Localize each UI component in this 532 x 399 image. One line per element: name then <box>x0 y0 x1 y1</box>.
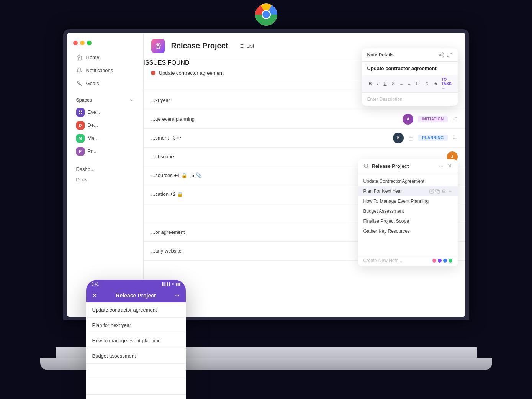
svg-point-38 <box>441 166 441 166</box>
share-icon[interactable] <box>439 52 444 57</box>
edit-icon[interactable] <box>429 189 434 194</box>
close-btn[interactable] <box>73 41 78 45</box>
svg-line-5 <box>81 85 81 85</box>
stage-badge: PLANNING <box>418 135 447 141</box>
underline-btn[interactable]: U <box>382 80 388 87</box>
sidebar-docs[interactable]: Docs <box>67 174 143 185</box>
mobile-note-list: Update contractor agreement Plan for nex… <box>86 302 186 394</box>
space-eve[interactable]: Eve... <box>67 106 143 119</box>
task-text: ...sment 3 ↩ <box>151 135 389 141</box>
list-tab[interactable]: List <box>234 41 259 51</box>
svg-point-49 <box>178 295 179 296</box>
minimize-btn[interactable] <box>80 41 85 45</box>
chevron-down-icon <box>129 98 134 102</box>
sidebar-item-home[interactable]: Home <box>72 51 139 64</box>
list-item[interactable]: Update contractor agreement <box>86 302 186 318</box>
note-item-text: Plan For Next Year <box>363 189 402 194</box>
space-ma-dot: M <box>76 134 85 143</box>
list-icon <box>239 43 244 49</box>
flag-icon <box>452 135 458 141</box>
checkbox-btn[interactable]: ☐ <box>414 80 421 87</box>
space-pr-label: Pr... <box>88 148 97 154</box>
to-task-btn[interactable]: TO TASK → <box>442 77 452 90</box>
signal-icon: ▐▐▐▐ <box>161 282 170 286</box>
mobile-header: Release Project <box>86 289 186 302</box>
note-item-text: Update Contractor Agreement <box>363 179 424 184</box>
sidebar-item-notifications-label: Notifications <box>86 67 113 73</box>
svg-rect-8 <box>79 113 80 114</box>
color-dots <box>432 259 452 263</box>
link-btn[interactable]: ⊕ <box>424 80 430 87</box>
svg-line-32 <box>440 55 442 56</box>
mobile-note-text: Plan for next year <box>92 322 131 328</box>
note-item-text: How To Manage Event Planning <box>363 199 429 204</box>
expand-icon[interactable] <box>447 52 452 57</box>
space-pr-dot: P <box>76 147 85 156</box>
space-pr[interactable]: P Pr... <box>67 145 143 158</box>
svg-line-33 <box>440 53 442 54</box>
table-row[interactable]: ...ge event planning A INITIATION <box>144 110 465 129</box>
task-text: ...ge event planning <box>151 116 398 122</box>
list-item[interactable]: Plan for next year <box>86 318 186 333</box>
wifi-icon: ≋ <box>172 282 174 286</box>
list-item[interactable]: How To Manage Event Planning <box>358 196 458 206</box>
sidebar-item-goals[interactable]: Goals <box>72 77 139 90</box>
ordered-list-btn[interactable]: ≡ <box>406 80 412 87</box>
task-text: ...xt year <box>151 97 398 103</box>
note-title: Update contractor agreement <box>362 62 458 75</box>
list-item[interactable]: How to manage event planning <box>86 333 186 348</box>
sidebar-item-goals-label: Goals <box>86 80 99 86</box>
svg-point-2 <box>262 11 270 18</box>
more-icon[interactable] <box>439 163 444 169</box>
svg-point-48 <box>177 295 177 296</box>
strikethrough-btn[interactable]: S <box>390 80 396 87</box>
battery-icon: ▮▮▮ <box>176 282 180 286</box>
svg-rect-9 <box>81 113 82 114</box>
add-icon[interactable] <box>448 189 452 194</box>
spaces-label: Spaces <box>76 97 92 103</box>
maximize-btn[interactable] <box>87 41 92 45</box>
list-item[interactable]: Plan For Next Year <box>358 186 458 196</box>
mobile-more-icon[interactable] <box>174 292 180 299</box>
list-btn[interactable]: ≡ <box>399 80 404 87</box>
table-row[interactable]: ...sment 3 ↩ K PLANNING <box>144 129 465 148</box>
note-actions <box>429 189 452 194</box>
sidebar-item-home-label: Home <box>86 54 100 60</box>
sidebar: Home Notifications Goals Spaces <box>67 33 144 317</box>
note-description[interactable]: Enter Description <box>362 93 458 106</box>
trash-icon[interactable] <box>442 189 446 194</box>
mobile-close-icon[interactable] <box>92 292 98 299</box>
list-item[interactable]: Finalize Project Scope <box>358 216 458 226</box>
sidebar-item-notifications[interactable]: Notifications <box>72 64 139 77</box>
italic-btn[interactable]: I <box>375 80 380 87</box>
space-dev-label: De... <box>88 122 98 128</box>
note-toolbar: B I U S ≡ ≡ ☐ ⊕ ★ TO TASK → <box>362 75 458 93</box>
list-item[interactable]: Budget Assessment <box>358 206 458 216</box>
color-dot-blue <box>443 259 447 263</box>
traffic-lights <box>67 41 143 51</box>
svg-point-10 <box>157 44 159 46</box>
svg-rect-7 <box>81 110 82 112</box>
notes-search-icon[interactable] <box>363 163 369 169</box>
mobile-header-title: Release Project <box>116 292 156 299</box>
flag-icon <box>452 117 458 122</box>
spaces-header: Spaces <box>67 94 143 106</box>
notes-spacer <box>358 239 458 255</box>
svg-point-39 <box>442 166 443 166</box>
space-dev[interactable]: D De... <box>67 119 143 132</box>
note-header-actions <box>439 52 452 57</box>
copy-icon[interactable] <box>435 189 440 194</box>
space-ma[interactable]: M Ma... <box>67 132 143 145</box>
star-btn[interactable]: ★ <box>432 80 439 87</box>
note-details-title-label: Note Details <box>367 52 394 57</box>
list-item[interactable]: Gather Key Resources <box>358 226 458 236</box>
svg-rect-19 <box>409 136 413 140</box>
close-icon[interactable] <box>447 163 452 169</box>
bold-btn[interactable]: B <box>367 80 373 87</box>
list-item[interactable]: Update Contractor Agreement <box>358 176 458 186</box>
list-item[interactable]: Budget assessment <box>86 348 186 364</box>
svg-point-31 <box>442 56 443 57</box>
create-note-label[interactable]: Create New Note... <box>363 258 403 263</box>
sidebar-dashboard[interactable]: Dashb... <box>67 164 143 174</box>
svg-rect-6 <box>79 110 80 112</box>
